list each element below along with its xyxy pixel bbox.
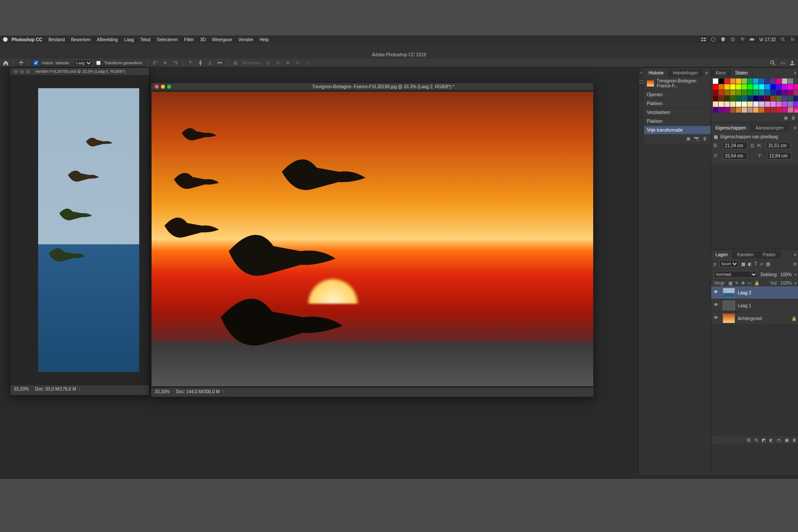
menu-help[interactable]: Help <box>260 37 269 42</box>
filter-toggle[interactable]: ⊙ <box>793 262 797 266</box>
swatch[interactable] <box>788 96 793 101</box>
swatch[interactable] <box>730 78 735 84</box>
document-window-1[interactable]: eenden FVL30759.psd @ 33,3% (Laag 0, RGB… <box>10 67 149 395</box>
swatch[interactable] <box>747 96 753 101</box>
swatch[interactable] <box>719 107 724 113</box>
swatch[interactable] <box>759 78 764 84</box>
window-controls-2[interactable] <box>155 85 171 89</box>
swatch[interactable] <box>719 96 724 101</box>
swatch[interactable] <box>788 90 793 95</box>
swatch[interactable] <box>782 90 787 95</box>
swatch[interactable] <box>730 84 735 90</box>
group-icon[interactable]: 🗀 <box>777 438 781 442</box>
swatch[interactable] <box>765 102 770 107</box>
tab-stalen[interactable]: Stalen <box>731 69 752 77</box>
swatch[interactable] <box>742 102 747 107</box>
swatch[interactable] <box>736 84 741 90</box>
lock-paint-icon[interactable]: ✎ <box>735 281 739 286</box>
swatch[interactable] <box>730 107 735 113</box>
trash-icon[interactable]: 🗑 <box>792 438 797 442</box>
lock-trans-icon[interactable]: ▦ <box>728 281 732 286</box>
mask-icon[interactable]: ◩ <box>762 438 766 442</box>
swatch[interactable] <box>794 96 798 101</box>
visibility-icon[interactable]: 👁 <box>714 315 720 321</box>
swatch[interactable] <box>736 107 741 113</box>
swatch[interactable] <box>753 78 759 84</box>
history-item[interactable]: Vrije transformatie <box>644 126 711 135</box>
menu-weergave[interactable]: Weergave <box>212 37 232 42</box>
swatch[interactable] <box>788 102 793 107</box>
swatch[interactable] <box>742 84 747 90</box>
opacity-value[interactable]: 100% <box>780 272 792 277</box>
swatch[interactable] <box>782 96 787 101</box>
share-icon[interactable] <box>789 60 795 66</box>
swatch[interactable] <box>719 102 724 107</box>
swatch[interactable] <box>765 78 770 84</box>
app-name[interactable]: Photoshop CC <box>12 37 42 42</box>
auto-select-target[interactable]: Laag <box>74 60 93 66</box>
swatch[interactable] <box>724 90 730 95</box>
menu-laag[interactable]: Laag <box>124 37 134 42</box>
visibility-icon[interactable]: 👁 <box>714 289 720 296</box>
swatch[interactable] <box>765 96 770 101</box>
dropbox-icon[interactable] <box>701 37 706 42</box>
align-left-icon[interactable]: ⫍ <box>153 60 159 66</box>
wifi-icon[interactable] <box>740 37 745 42</box>
swatch[interactable] <box>742 96 747 101</box>
swatch[interactable] <box>759 107 764 113</box>
swatch[interactable] <box>788 84 793 90</box>
swatch[interactable] <box>742 90 747 95</box>
panel-menu-icon[interactable]: ≡ <box>791 124 798 132</box>
swatch[interactable] <box>724 102 730 107</box>
swatch[interactable] <box>719 90 724 95</box>
swatch[interactable] <box>724 96 730 101</box>
tab-eigenschappen[interactable]: Eigenschappen <box>711 124 751 132</box>
brush-settings-icon[interactable] <box>639 79 644 86</box>
history-item[interactable]: Plakken <box>644 117 711 126</box>
swatch[interactable] <box>753 107 759 113</box>
collapse-panels-icon[interactable]: « <box>640 70 643 75</box>
align-hcenter-icon[interactable]: ≡ <box>162 60 168 66</box>
fx-icon[interactable]: fx <box>755 438 758 442</box>
layer-name[interactable]: Laag 2 <box>738 290 751 295</box>
swatch[interactable] <box>782 78 787 84</box>
document-window-2[interactable]: Trevignon-Bretagne- France-FVL30198.jpg … <box>151 82 594 397</box>
libraries-tab[interactable]: Bibliotheken <box>794 102 798 113</box>
menu-afbeelding[interactable]: Afbeelding <box>97 37 118 42</box>
swatch[interactable] <box>782 107 787 113</box>
panel-menu-icon[interactable]: ≡ <box>703 69 711 77</box>
menu-tekst[interactable]: Tekst <box>140 37 150 42</box>
layer-thumb[interactable] <box>723 301 735 310</box>
swatch[interactable] <box>736 102 741 107</box>
doc2-image[interactable] <box>152 92 593 386</box>
layer-name[interactable]: Laag 1 <box>738 303 751 308</box>
doc1-docinfo[interactable]: Doc: 33,0 M/176,6 M <box>35 387 80 391</box>
swatch[interactable] <box>771 78 776 84</box>
menu-selecteren[interactable]: Selecteren <box>156 37 178 42</box>
swatch[interactable] <box>736 78 741 84</box>
menu-bestand[interactable]: Bestand <box>48 37 65 42</box>
home-icon[interactable] <box>3 60 9 66</box>
swatch[interactable] <box>730 96 735 101</box>
new-swatch-icon[interactable]: ▣ <box>784 115 788 121</box>
swatch[interactable] <box>776 78 782 84</box>
tab-paden[interactable]: Paden <box>758 251 780 258</box>
swatch[interactable] <box>753 96 759 101</box>
prop-width[interactable]: 21,24 cm <box>723 142 747 149</box>
swatch[interactable] <box>747 90 753 95</box>
swatch[interactable] <box>794 90 798 95</box>
menu-filter[interactable]: Filter <box>184 37 194 42</box>
swatch[interactable] <box>765 107 770 113</box>
swatch[interactable] <box>747 102 753 107</box>
swatch[interactable] <box>776 96 782 101</box>
menu-venster[interactable]: Venster <box>239 37 254 42</box>
swatch[interactable] <box>713 96 718 101</box>
workspace-icon[interactable]: ▭ <box>779 60 786 66</box>
notifications-icon[interactable] <box>790 37 795 42</box>
swatch[interactable] <box>771 107 776 113</box>
visibility-icon[interactable]: 👁 <box>714 302 720 309</box>
history-item[interactable]: Verplaatsen <box>644 108 711 117</box>
doc2-docinfo[interactable]: Doc: 144,0 M/200,0 M <box>176 389 224 394</box>
swatch[interactable] <box>736 90 741 95</box>
swatch[interactable] <box>753 90 759 95</box>
